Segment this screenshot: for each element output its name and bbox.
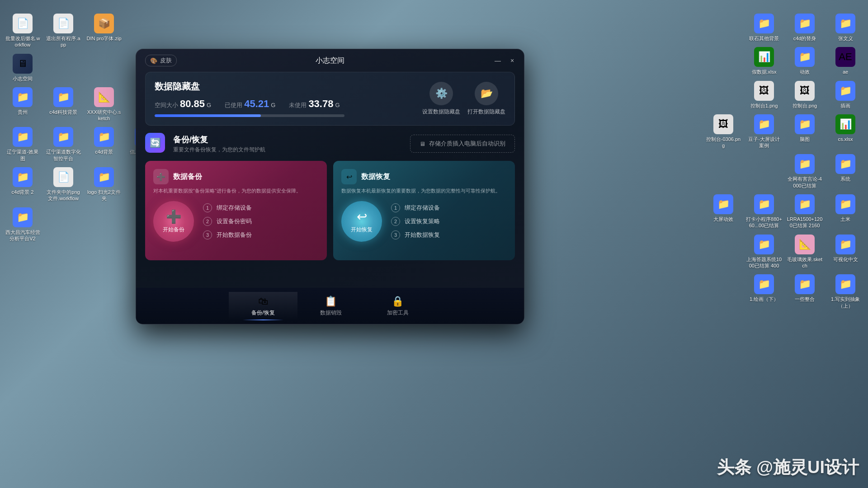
restore-card-body: ↩ 开始恢复 1 绑定存储设备 2 设置恢复策略 (341, 201, 507, 242)
desktop-icon-dz[interactable]: 📁 豆子-大屏设计案例 (746, 114, 782, 149)
restore-card-icon: ↩ (341, 169, 357, 184)
desktop-icon-punch[interactable]: 📁 打卡小程序880+60...00已结算 (746, 194, 782, 229)
restore-steps: 1 绑定存储设备 2 设置恢复策略 3 开始数据恢复 (391, 203, 507, 239)
desktop-icon-xxx[interactable]: 📐 XXX研究中心.sketch (86, 87, 122, 122)
restore-arrow-icon: ↩ (357, 209, 367, 224)
nav-encrypt-tool[interactable]: 🔒 加密工具 (364, 292, 431, 320)
desktop-icon-system[interactable]: 📁 系统 (827, 154, 863, 182)
restore-card-desc: 数据恢复本机最新恢复的重要数据，为您数据的完整性与可靠性保护航。 (341, 187, 507, 195)
desktop-icon-quit-app[interactable]: 📄 退出所有程序.app (45, 14, 81, 48)
backup-steps: 1 绑定存储设备 2 设置备份密码 3 开始数据备份 (203, 203, 319, 239)
desktop-icon-logo[interactable]: 📁 logo 扫光2文件夹 (86, 167, 122, 202)
desktop-icon-console1[interactable]: 🖼 控制台1.png (746, 81, 782, 109)
disk-progress-fill (155, 114, 261, 117)
backup-card-title: 数据备份 (173, 172, 202, 182)
nav-lock-icon: 🔒 (392, 296, 404, 307)
disk-free-stat: 未使用 33.78 G (289, 98, 340, 110)
backup-step-3: 3 开始数据备份 (203, 230, 319, 239)
disk-title: 数据隐藏盘 (155, 80, 422, 93)
disk-used-stat: 已使用 45.21 G (225, 98, 275, 110)
desktop-icon-liaoning[interactable]: 📁 辽宁渠道-效果图 (5, 127, 41, 162)
desktop-icon-console-0306[interactable]: 🖼 控制台-0306.png (705, 114, 741, 149)
app-title: 小志空间 (316, 56, 344, 66)
disk-size-stat: 空间大小 80.85 G (155, 98, 211, 110)
desktop-icon-c4d[interactable]: 📁 c4d背景 (86, 127, 122, 155)
backup-plus-icon: ➕ (166, 209, 182, 224)
desktop-icon-harmful[interactable]: 📁 全网有害言论-4000已结算 (787, 154, 823, 189)
watermark: 头条 @施灵UI设计 (717, 456, 859, 479)
desktop-icon-zhangwenyi[interactable]: 📁 张文义 (827, 14, 863, 42)
desktop-icon-lianshi[interactable]: 📁 联石其他背景 (746, 14, 782, 42)
nav-backup-restore[interactable]: 🛍 备份/恢复 (229, 292, 297, 320)
desktop-icon-xdachang[interactable]: 📁 西大昌汽车经营分析平台V2 (5, 207, 41, 242)
backup-step-2: 2 设置备份密码 (203, 217, 319, 226)
desktop-icon-viz-cn[interactable]: 📁 可视化中文 (827, 235, 863, 263)
storage-icon: 🖥 (420, 141, 425, 147)
settings-disk-icon: ⚙️ (429, 82, 453, 105)
backup-header: 🔄 备份/恢复 重要文件备份恢复，为您的文件驾护航 🖥 存储介质插入电脑后自动识… (145, 133, 515, 155)
desktop-icon-some[interactable]: 📁 一些整合 (787, 274, 823, 302)
restore-step-3: 3 开始数据恢复 (391, 230, 507, 239)
desktop-icon-din-zip[interactable]: 📦 DIN pro字体.zip (86, 14, 122, 42)
desktop-icon-guizhou[interactable]: 📁 贵州 (5, 87, 41, 115)
desktop-icon-insert[interactable]: 📁 插画 (827, 81, 863, 109)
desktop-icon-draw1[interactable]: 📁 1.绘画（下） (746, 274, 782, 302)
restore-card-header: ↩ 数据恢复 (341, 169, 507, 184)
backup-card-icon: ➕ (153, 169, 169, 184)
app-window: 🎨 皮肤 小志空间 — × 数据隐藏盘 空间大小 80.85 G 已使用 (136, 49, 524, 324)
desktop-icon-png-wf[interactable]: 📄 文件夹中的png文件.workflow (45, 167, 81, 202)
desktop-icon-brain[interactable]: 📁 脑图 (787, 114, 823, 142)
disk-info: 数据隐藏盘 空间大小 80.85 G 已使用 45.21 G 未使用 33.78 (155, 80, 422, 117)
desktop-icon-c4d-bg[interactable]: 📁 c4d科技背景 (45, 87, 81, 115)
backup-section-subtitle: 重要文件备份恢复，为您的文件驾护航 (173, 146, 265, 154)
backup-title-area: 🔄 备份/恢复 重要文件备份恢复，为您的文件驾护航 (145, 133, 265, 155)
desktop-icon-tumi[interactable]: 📁 土米 (827, 194, 863, 222)
open-disk-button[interactable]: 📂 打开数据隐藏盘 (467, 82, 505, 116)
window-controls: — × (493, 56, 517, 65)
backup-card-body: ➕ 开始备份 1 绑定存储设备 2 设置备份密码 (153, 201, 319, 242)
settings-disk-button[interactable]: ⚙️ 设置数据隐藏盘 (422, 82, 460, 116)
close-button[interactable]: × (508, 56, 517, 65)
desktop-icon-lrra[interactable]: 📁 LRRA1500+1200已结算 2160 (787, 194, 823, 229)
desktop-icon-sh-quiz[interactable]: 📁 上海答题系统1000已结算 400 (746, 235, 782, 269)
title-bar: 🎨 皮肤 小志空间 — × (136, 49, 524, 72)
backup-section-icon: 🔄 (145, 133, 167, 155)
start-restore-button[interactable]: ↩ 开始恢复 (341, 201, 382, 242)
start-backup-button[interactable]: ➕ 开始备份 (153, 201, 194, 242)
open-disk-icon: 📂 (475, 82, 498, 105)
desktop-icon-ae[interactable]: AE ae (827, 47, 863, 75)
minimize-button[interactable]: — (493, 56, 502, 65)
nav-destroy-icon: 📋 (325, 296, 337, 307)
cards-row: ➕ 数据备份 对本机重要数据按"备份策略"进行备份，为您的数据提供安全保障。 ➕… (145, 161, 515, 260)
skin-button[interactable]: 🎨 皮肤 (145, 55, 177, 66)
content-area: 数据隐藏盘 空间大小 80.85 G 已使用 45.21 G 未使用 33.78 (136, 72, 524, 288)
restore-card: ↩ 数据恢复 数据恢复本机最新恢复的重要数据，为您数据的完整性与可靠性保护航。 … (333, 161, 515, 260)
desktop-icon-c4d-alias[interactable]: 📁 c4d的替身 (787, 14, 823, 42)
backup-card-desc: 对本机重要数据按"备份策略"进行备份，为您的数据提供安全保障。 (153, 187, 319, 195)
skin-icon: 🎨 (150, 57, 157, 64)
backup-step-1: 1 绑定存储设备 (203, 203, 319, 212)
backup-section: 🔄 备份/恢复 重要文件备份恢复，为您的文件驾护航 🖥 存储介质插入电脑后自动识… (145, 133, 515, 260)
desktop-icons-right: 📁 联石其他背景 📁 c4d的替身 📁 张文义 📊 假数据.xlsx 📁 动效 … (705, 14, 863, 309)
desktop-icon-liaoning2[interactable]: 📁 辽宁渠道数字化智控平台 (45, 127, 81, 162)
desktop-icon-dongxiao[interactable]: 📁 动效 (787, 47, 823, 75)
nav-backup-icon: 🛍 (258, 296, 268, 307)
desktop-icon-glass[interactable]: 📐 毛玻璃效果.sketch (787, 235, 823, 269)
desktop-icon-c4d2[interactable]: 📁 c4d背景 2 (5, 167, 41, 195)
disk-actions: ⚙️ 设置数据隐藏盘 📂 打开数据隐藏盘 (422, 82, 505, 116)
desktop-icon-console[interactable]: 🖼 控制台.png (787, 81, 823, 109)
disk-progress-bar (155, 114, 344, 117)
storage-detect-button[interactable]: 🖥 存储介质插入电脑后自动识别 (410, 135, 515, 153)
desktop-icon-cs[interactable]: 📊 cs.xlsx (827, 114, 863, 142)
backup-card-header: ➕ 数据备份 (153, 169, 319, 184)
bottom-nav: 🛍 备份/恢复 📋 数据销毁 🔒 加密工具 (136, 288, 524, 324)
desktop-icon-xiaozhi[interactable]: 🖥 小志空间 (5, 54, 41, 82)
desktop-icon-fake-data[interactable]: 📊 假数据.xlsx (746, 47, 782, 75)
restore-step-2: 2 设置恢复策略 (391, 217, 507, 226)
nav-data-destroy[interactable]: 📋 数据销毁 (297, 292, 364, 320)
restore-step-1: 1 绑定存储设备 (391, 203, 507, 212)
restore-card-title: 数据恢复 (361, 172, 390, 182)
desktop-icon-abstract[interactable]: 📁 1.写实到抽象（上） (827, 274, 863, 309)
desktop-icon-workflow[interactable]: 📄 批量改后缀名.workflow (5, 14, 41, 48)
desktop-icon-big-screen[interactable]: 📁 大屏动效 (705, 194, 741, 222)
